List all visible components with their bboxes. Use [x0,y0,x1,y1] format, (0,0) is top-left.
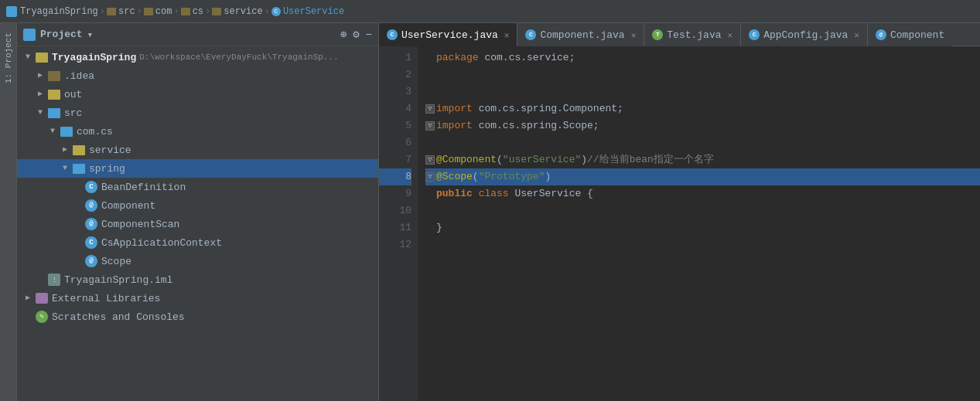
tree-item-spring[interactable]: spring [17,159,378,178]
fold-5[interactable]: ▽ [425,121,435,131]
breadcrumb-sep-1: › [137,6,142,17]
tree-item-src[interactable]: src [17,104,378,122]
breadcrumb-item-4[interactable]: service [224,6,262,17]
code-content[interactable]: package com.cs.service; ▽ import com.cs.… [418,46,980,401]
icon-folder-project [36,53,48,63]
collapse-icon[interactable]: − [366,29,372,41]
locate-icon[interactable]: ⊕ [340,28,347,41]
label-componentscan: ComponentScan [101,219,179,230]
editor-area: C UserService.java ✕ C Component.java ✕ … [379,23,980,401]
tab-appconfig[interactable]: C AppConfig.java ✕ [741,23,868,46]
breadcrumb-icon-project [6,6,17,17]
icon-extlibs [36,293,48,304]
breadcrumb-bar: TryagainSpring › src › com › cs › servic… [0,0,980,23]
tab-component[interactable]: C Component.java ✕ [517,23,644,46]
line-num-2: 2 [379,66,411,83]
file-tree: TryagainSpring D:\workspace\EveryDayFuck… [17,46,378,401]
label-iml: TryagainSpring.iml [64,274,172,286]
icon-folder-out [48,90,60,100]
arrow-comcs [48,127,57,136]
tree-item-iml[interactable]: ⋮ TryagainSpring.iml [17,270,378,289]
project-header-left: Project ▾ [23,29,93,41]
tab-close-test[interactable]: ✕ [728,30,733,40]
main-area: 1: Project Project ▾ ⊕ ⚙ − [0,23,980,401]
path-root: D:\workspace\EveryDayFuck\TryagainSp... [139,53,338,62]
sidebar: 1: Project Project ▾ ⊕ ⚙ − [0,23,379,401]
tab-icon-test: T [652,29,663,40]
code-line-5: ▽ import com.cs.spring.Scope; [425,117,980,134]
tab-close-component[interactable]: ✕ [631,30,637,40]
tree-item-scope[interactable]: @ Scope [17,252,378,270]
breadcrumb-item-2[interactable]: com [155,6,172,17]
arrow-spring [60,164,70,173]
tree-item-extlibs[interactable]: External Libraries [17,289,378,308]
breadcrumb-item-3[interactable]: cs [193,6,203,17]
line-num-9: 9 [379,185,411,202]
icon-folder-comcs [60,127,73,137]
label-out: out [64,89,82,100]
breadcrumb-item-0[interactable]: TryagainSpring [20,6,98,17]
line-num-5: 5 [379,117,411,134]
icon-iml: ⋮ [48,274,60,286]
icon-scratches: ✎ [36,311,48,323]
tree-item-componentscan[interactable]: @ ComponentScan [17,215,378,233]
tree-item-idea[interactable]: .idea [17,66,378,85]
breadcrumb-item-1[interactable]: src [118,6,135,17]
line-numbers: 1 2 3 4 5 6 7 8 9 10 11 12 [379,46,418,401]
tree-item-component[interactable]: @ Component [17,196,378,215]
line-num-12: 12 [379,236,411,253]
breadcrumb-item-5[interactable]: UserService [283,6,344,17]
arrow-src [36,108,45,117]
fold-4[interactable]: ▽ [425,104,435,114]
breadcrumb-sep-3: › [205,6,210,17]
tab-label-test: Test.java [667,29,721,41]
code-line-3 [425,83,980,100]
project-dropdown-arrow[interactable]: ▾ [87,29,94,41]
icon-java-scope: @ [85,255,97,267]
tree-item-csappcontext[interactable]: C CsApplicationContext [17,233,378,252]
breadcrumb-sep-4: › [265,6,270,17]
line-num-6: 6 [379,134,411,151]
breadcrumb-folder-src [107,8,116,15]
line-num-10: 10 [379,202,411,219]
fold-8[interactable]: ▽ [425,172,435,182]
tree-item-out[interactable]: out [17,85,378,104]
code-line-10 [425,202,980,219]
tab-icon-appconfig: C [749,29,760,40]
tab-label-appconfig: AppConfig.java [763,29,848,41]
tab-icon-userservice: C [387,29,398,40]
line-num-1: 1 [379,49,411,66]
tab-label-userservice: UserService.java [401,29,498,41]
vertical-tab-project[interactable]: 1: Project [0,23,17,401]
label-scope: Scope [101,256,131,267]
tab-userservice[interactable]: C UserService.java ✕ [379,23,517,46]
project-label: Project [40,29,83,40]
tab-componentx[interactable]: @ Component [868,23,952,46]
arrow-idea [36,71,45,80]
line-num-8: 8 [379,168,411,185]
tree-item-beandefinition[interactable]: C BeanDefinition [17,178,378,196]
tab-close-appconfig[interactable]: ✕ [854,30,859,40]
tab-test[interactable]: T Test.java ✕ [644,23,741,46]
label-service: service [89,144,131,156]
tree-item-root[interactable]: TryagainSpring D:\workspace\EveryDayFuck… [17,48,378,66]
label-scratches: Scratches and Consoles [52,311,185,323]
code-line-11: } [425,219,980,236]
code-line-2 [425,66,980,83]
arrow-out [36,90,45,99]
arrow-service [60,145,70,155]
icon-folder-src [48,108,60,118]
code-editor: 1 2 3 4 5 6 7 8 9 10 11 12 package com.c… [379,46,980,401]
tree-item-service[interactable]: service [17,141,378,159]
fold-7[interactable]: ▽ [425,155,435,165]
tab-close-userservice[interactable]: ✕ [504,30,510,40]
settings-icon[interactable]: ⚙ [353,28,359,41]
icon-folder-spring [73,164,85,174]
project-header-icons: ⊕ ⚙ − [340,28,372,41]
tab-bar: C UserService.java ✕ C Component.java ✕ … [379,23,980,46]
tree-item-comcs[interactable]: com.cs [17,122,378,141]
tab-icon-componentx: @ [876,29,886,40]
label-root: TryagainSpring [52,52,136,63]
tree-item-scratches[interactable]: ✎ Scratches and Consoles [17,308,378,326]
line-num-11: 11 [379,219,411,236]
